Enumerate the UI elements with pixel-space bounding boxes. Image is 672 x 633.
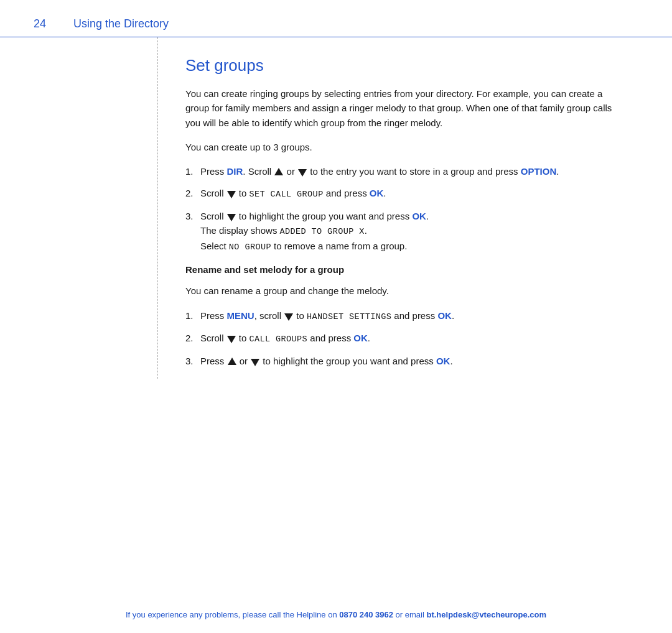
step-list-sub: 1. Press MENU, scroll to HANDSET SETTING… — [185, 308, 626, 369]
arrow-down-icon-4 — [284, 313, 293, 321]
footer-text-mid: or email — [393, 610, 426, 619]
step-3-num: 3. — [185, 209, 200, 223]
sub-step-3-content: Press or to highlight the group you want… — [200, 354, 626, 368]
footer-phone: 0870 240 3962 — [339, 610, 393, 619]
sub-step-3-num: 3. — [185, 354, 200, 368]
set-call-group-mono: SET CALL GROUP — [250, 190, 324, 199]
step-2-num: 2. — [185, 186, 200, 200]
step-3: 3. Scroll to highlight the group you wan… — [185, 209, 626, 254]
ok-keyword-1: OK — [370, 188, 384, 198]
sub-step-3: 3. Press or to highlight the group you w… — [185, 354, 626, 368]
footer-email: bt.helpdesk@vtecheurope.com — [426, 610, 546, 619]
added-to-group-mono: ADDED TO GROUP X — [280, 227, 365, 236]
ok-keyword-5: OK — [436, 356, 450, 366]
right-column: Set groups You can create ringing groups… — [158, 37, 638, 379]
step-3-content: Scroll to highlight the group you want a… — [200, 209, 626, 254]
sub-step-2: 2. Scroll to CALL GROUPS and press OK. — [185, 331, 626, 346]
no-group-mono: NO GROUP — [229, 243, 271, 252]
sub-heading: Rename and set melody for a group — [185, 264, 626, 275]
ok-keyword-4: OK — [353, 333, 368, 343]
menu-keyword: MENU — [227, 310, 254, 321]
arrow-down-icon-3 — [227, 214, 236, 221]
handset-settings-mono: HANDSET SETTINGS — [307, 312, 391, 321]
step-1-num: 1. — [185, 164, 200, 178]
sub-step-1-num: 1. — [185, 308, 200, 323]
sub-step-1-content: Press MENU, scroll to HANDSET SETTINGS a… — [200, 308, 626, 324]
page-container: 24 Using the Directory Set groups You ca… — [0, 0, 672, 633]
footer-text-normal: If you experience any problems, please c… — [126, 610, 339, 619]
footer: If you experience any problems, please c… — [0, 610, 672, 619]
arrow-down-icon-5 — [227, 336, 236, 343]
step-list-main: 1. Press DIR. Scroll or to the entry you… — [185, 164, 626, 254]
sub-step-2-num: 2. — [185, 331, 200, 345]
ok-keyword-3: OK — [437, 310, 452, 321]
page-number: 24 — [34, 17, 54, 30]
chapter-title: Using the Directory — [73, 17, 169, 30]
groups-note: You can create up to 3 groups. — [185, 140, 626, 154]
call-groups-mono: CALL GROUPS — [250, 335, 308, 344]
step-1: 1. Press DIR. Scroll or to the entry you… — [185, 164, 626, 178]
arrow-down-icon-6 — [251, 359, 259, 366]
sub-intro: You can rename a group and change the me… — [185, 284, 626, 298]
intro-paragraph: You can create ringing groups by selecti… — [185, 86, 626, 130]
sub-step-1: 1. Press MENU, scroll to HANDSET SETTING… — [185, 308, 626, 324]
arrow-up-icon-2 — [228, 358, 236, 365]
dir-keyword: DIR — [227, 166, 243, 177]
arrow-down-icon-2 — [227, 191, 236, 198]
arrow-down-icon — [298, 169, 307, 177]
header-bar: 24 Using the Directory — [0, 0, 672, 37]
ok-keyword-2: OK — [412, 211, 426, 221]
arrow-up-icon — [274, 168, 283, 175]
option-keyword: OPTION — [521, 166, 557, 177]
step-1-content: Press DIR. Scroll or to the entry you wa… — [200, 164, 626, 178]
sub-step-2-content: Scroll to CALL GROUPS and press OK. — [200, 331, 626, 346]
step-2-content: Scroll to SET CALL GROUP and press OK. — [200, 186, 626, 201]
step-2: 2. Scroll to SET CALL GROUP and press OK… — [185, 186, 626, 201]
content-area: Set groups You can create ringing groups… — [0, 37, 672, 379]
section-title: Set groups — [185, 56, 626, 75]
left-column — [34, 37, 158, 379]
